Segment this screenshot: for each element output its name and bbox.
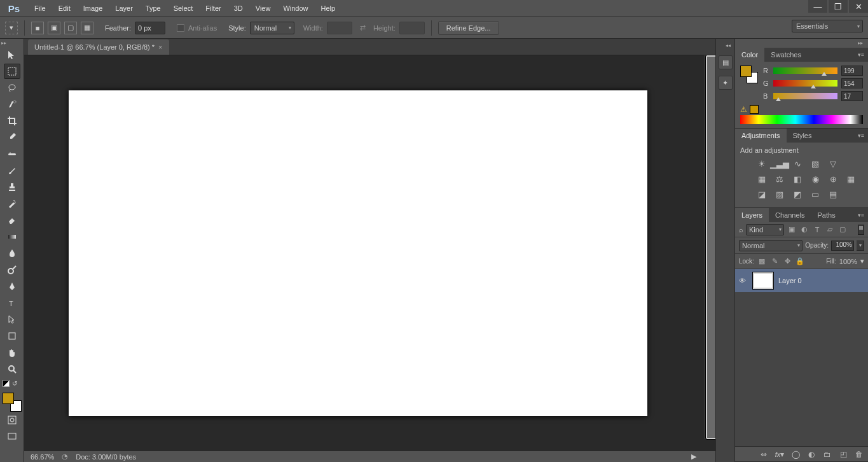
filter-pixel-icon[interactable]: ▣ bbox=[787, 225, 797, 235]
menu-type[interactable]: Type bbox=[139, 0, 167, 17]
status-menu-icon[interactable]: ▶ bbox=[691, 452, 696, 461]
foreground-swatch[interactable] bbox=[3, 393, 14, 404]
websafe-chip[interactable] bbox=[750, 105, 759, 114]
filter-toggle[interactable] bbox=[858, 225, 864, 235]
eyedropper-tool[interactable] bbox=[4, 130, 20, 145]
menu-window[interactable]: Window bbox=[277, 0, 314, 17]
selection-new-icon[interactable]: ■ bbox=[31, 22, 44, 34]
threshold-icon[interactable]: ◩ bbox=[791, 188, 804, 200]
menu-edit[interactable]: Edit bbox=[52, 0, 77, 17]
style-select[interactable]: Normal bbox=[250, 22, 294, 34]
blue-slider[interactable] bbox=[773, 93, 837, 99]
minimize-button[interactable]: ― bbox=[808, 0, 827, 13]
layer-filter-select[interactable]: Kind bbox=[746, 224, 784, 235]
status-zoom[interactable]: 66.67% bbox=[31, 453, 54, 461]
green-input[interactable] bbox=[841, 78, 863, 88]
feather-input[interactable] bbox=[135, 22, 165, 34]
hue-sat-icon[interactable]: ▦ bbox=[755, 173, 768, 185]
tab-channels[interactable]: Channels bbox=[769, 208, 811, 222]
posterize-icon[interactable]: ▨ bbox=[773, 188, 786, 200]
color-swatch-pair[interactable] bbox=[740, 66, 758, 83]
healing-brush-tool[interactable] bbox=[4, 146, 20, 162]
refine-edge-button[interactable]: Refine Edge... bbox=[438, 21, 499, 35]
history-panel-icon[interactable]: ▤ bbox=[719, 55, 733, 69]
tab-swatches[interactable]: Swatches bbox=[764, 48, 808, 62]
height-input[interactable] bbox=[399, 22, 425, 34]
lock-pixels-icon[interactable]: ✎ bbox=[770, 256, 780, 266]
color-swatches[interactable] bbox=[3, 393, 22, 412]
fill-dropdown-icon[interactable]: ▾ bbox=[860, 257, 864, 265]
blue-input[interactable] bbox=[841, 91, 863, 101]
selective-color-icon[interactable]: ▤ bbox=[827, 188, 839, 200]
filter-smart-icon[interactable]: ▢ bbox=[837, 225, 848, 235]
path-select-tool[interactable] bbox=[4, 312, 20, 327]
canvas-viewport[interactable] bbox=[24, 55, 715, 451]
brightness-icon[interactable]: ☀ bbox=[755, 158, 768, 169]
blend-mode-select[interactable]: Normal bbox=[739, 240, 803, 251]
color-balance-icon[interactable]: ⚖ bbox=[773, 173, 786, 185]
visibility-toggle-icon[interactable]: 👁 bbox=[739, 277, 748, 284]
filter-type-icon[interactable]: T bbox=[812, 225, 822, 235]
tab-paths[interactable]: Paths bbox=[811, 208, 842, 222]
curves-icon[interactable]: ∿ bbox=[791, 158, 804, 169]
layer-thumbnail[interactable] bbox=[753, 272, 773, 289]
layer-name[interactable]: Layer 0 bbox=[778, 277, 802, 284]
document-tab[interactable]: Untitled-1 @ 66.7% (Layer 0, RGB/8) * × bbox=[28, 39, 169, 55]
menu-view[interactable]: View bbox=[249, 0, 277, 17]
dodge-tool[interactable] bbox=[4, 262, 20, 277]
history-brush-tool[interactable] bbox=[4, 196, 20, 211]
opacity-dropdown-icon[interactable]: ▾ bbox=[857, 241, 864, 251]
tab-styles[interactable]: Styles bbox=[787, 129, 818, 143]
eraser-tool[interactable] bbox=[4, 213, 20, 228]
pen-tool[interactable] bbox=[4, 279, 20, 294]
lock-transparent-icon[interactable]: ▩ bbox=[757, 256, 767, 266]
delete-layer-icon[interactable]: 🗑 bbox=[854, 449, 864, 459]
filter-adjust-icon[interactable]: ◐ bbox=[799, 225, 809, 235]
selection-add-icon[interactable]: ▣ bbox=[48, 22, 60, 34]
color-panel-menu-icon[interactable]: ▾≡ bbox=[854, 52, 868, 58]
layer-row[interactable]: 👁 Layer 0 bbox=[735, 269, 868, 292]
type-tool[interactable]: T bbox=[4, 295, 20, 311]
properties-panel-icon[interactable]: ✦ bbox=[719, 76, 733, 90]
maximize-button[interactable]: ❐ bbox=[829, 0, 848, 13]
lock-position-icon[interactable]: ✥ bbox=[783, 256, 792, 266]
dock-collapse-icon[interactable]: ◂◂ bbox=[726, 43, 733, 49]
stamp-tool[interactable] bbox=[4, 179, 20, 195]
width-input[interactable] bbox=[327, 22, 352, 34]
swap-dimensions-icon[interactable]: ⇄ bbox=[360, 24, 366, 32]
antialias-checkbox[interactable] bbox=[177, 24, 184, 32]
layer-mask-icon[interactable]: ◯ bbox=[790, 449, 801, 459]
selection-intersect-icon[interactable]: ▦ bbox=[81, 22, 93, 34]
marquee-tool-icon[interactable]: ▾ bbox=[5, 22, 18, 34]
menu-3d[interactable]: 3D bbox=[228, 0, 249, 17]
menu-image[interactable]: Image bbox=[77, 0, 109, 17]
gamut-warning-icon[interactable]: ⚠ bbox=[740, 105, 747, 114]
workspace-select[interactable]: Essentials bbox=[792, 20, 863, 32]
toolbox-expand-icon[interactable]: ▸▸ bbox=[1, 40, 9, 46]
blur-tool[interactable] bbox=[4, 246, 20, 261]
invert-icon[interactable]: ◪ bbox=[755, 188, 768, 200]
link-layers-icon[interactable]: ⇔ bbox=[759, 449, 769, 459]
new-layer-icon[interactable]: ◰ bbox=[838, 449, 848, 459]
gradient-tool[interactable] bbox=[4, 229, 20, 244]
shape-tool[interactable] bbox=[4, 328, 20, 344]
close-window-button[interactable]: ✕ bbox=[849, 0, 868, 13]
red-slider[interactable] bbox=[773, 67, 837, 74]
tab-layers[interactable]: Layers bbox=[735, 208, 769, 222]
canvas[interactable] bbox=[69, 90, 647, 416]
swap-colors-icon[interactable]: ↺ bbox=[12, 380, 21, 389]
menu-select[interactable]: Select bbox=[167, 0, 200, 17]
color-lookup-icon[interactable]: ▦ bbox=[844, 173, 857, 185]
close-tab-icon[interactable]: × bbox=[158, 43, 162, 51]
layer-fx-icon[interactable]: fx▾ bbox=[775, 449, 785, 459]
crop-tool[interactable] bbox=[4, 113, 20, 129]
gradient-map-icon[interactable]: ▭ bbox=[809, 188, 822, 200]
color-spectrum[interactable] bbox=[740, 115, 863, 124]
screenmode-icon[interactable] bbox=[4, 429, 20, 444]
bw-icon[interactable]: ◧ bbox=[791, 173, 804, 185]
menu-filter[interactable]: Filter bbox=[199, 0, 227, 17]
new-group-icon[interactable]: 🗀 bbox=[822, 449, 832, 459]
vertical-scrollbar[interactable] bbox=[705, 55, 715, 439]
filter-shape-icon[interactable]: ▱ bbox=[825, 225, 835, 235]
adjustments-panel-menu-icon[interactable]: ▾≡ bbox=[854, 132, 868, 139]
